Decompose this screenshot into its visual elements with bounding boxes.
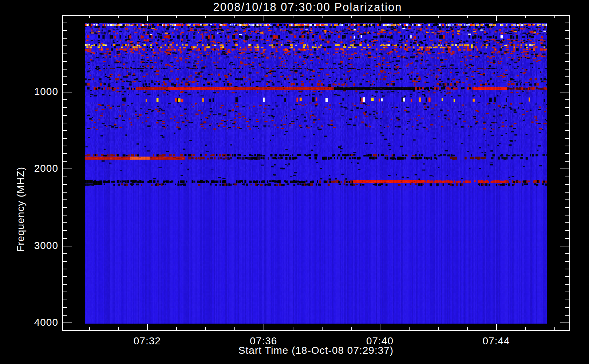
- axis-tick: [62, 46, 67, 46]
- axis-tick: [565, 276, 570, 277]
- axis-tick: [62, 207, 67, 208]
- axis-tick: [62, 76, 67, 77]
- axis-tick: [62, 300, 67, 300]
- axis-tick: [467, 327, 468, 330]
- axis-tick: [560, 92, 570, 92]
- axis-tick: [565, 138, 570, 139]
- axis-tick: [62, 215, 67, 215]
- axis-tick: [380, 324, 380, 330]
- axis-tick: [565, 253, 570, 254]
- axis-tick: [62, 222, 67, 223]
- axis-tick: [322, 15, 323, 18]
- axis-tick: [565, 238, 570, 239]
- axis-tick: [560, 246, 570, 246]
- axis-tick: [62, 307, 67, 308]
- axis-tick: [264, 15, 264, 21]
- axis-tick: [565, 61, 570, 62]
- axis-tick: [293, 15, 293, 18]
- axis-tick: [62, 261, 67, 262]
- axis-tick: [62, 130, 67, 131]
- axis-tick: [565, 269, 570, 269]
- page-title: 2008/10/18 07:30:00 Polarization: [213, 1, 402, 14]
- axis-tick: [565, 123, 570, 123]
- axis-tick: [322, 327, 323, 330]
- axis-tick: [62, 184, 67, 185]
- axis-tick: [565, 230, 570, 231]
- axis-tick: [467, 15, 468, 18]
- x-tick-label: 07:32: [134, 335, 161, 347]
- axis-tick: [62, 246, 72, 246]
- axis-tick: [62, 230, 67, 231]
- axis-tick: [565, 300, 570, 300]
- axis-tick: [62, 253, 67, 254]
- axis-tick: [264, 324, 264, 330]
- axis-tick: [176, 15, 177, 18]
- axis-tick: [62, 99, 67, 100]
- axis-tick: [565, 115, 570, 116]
- axis-tick: [554, 15, 555, 18]
- x-axis-title: Start Time (18-Oct-08 07:29:37): [238, 345, 394, 356]
- axis-tick: [409, 327, 410, 330]
- axis-tick: [565, 222, 570, 223]
- axis-tick: [496, 15, 497, 21]
- axis-tick: [565, 130, 570, 131]
- axis-tick: [565, 207, 570, 208]
- axis-tick: [565, 184, 570, 185]
- axis-tick: [118, 15, 119, 18]
- axis-tick: [62, 84, 67, 85]
- axis-tick: [234, 15, 235, 18]
- axis-tick: [62, 54, 67, 54]
- axis-tick: [351, 15, 352, 18]
- axis-tick: [565, 292, 570, 292]
- axis-tick: [565, 76, 570, 77]
- axis-tick: [565, 153, 570, 154]
- axis-tick: [62, 153, 67, 154]
- axis-tick: [62, 276, 67, 277]
- spectrogram-canvas: [85, 23, 547, 324]
- axis-tick: [234, 327, 235, 330]
- axis-tick: [62, 107, 67, 108]
- axis-tick: [62, 330, 67, 331]
- axis-tick: [565, 69, 570, 70]
- axis-tick: [380, 15, 380, 21]
- axis-tick: [565, 30, 570, 31]
- axis-tick: [62, 323, 72, 323]
- axis-tick: [565, 315, 570, 316]
- axis-tick: [565, 54, 570, 54]
- y-tick-label: 4000: [15, 317, 58, 328]
- axis-tick: [62, 115, 67, 116]
- axis-tick: [176, 327, 177, 330]
- axis-tick: [438, 15, 439, 18]
- axis-tick: [62, 23, 67, 23]
- y-axis-title: Frequency (MHZ): [15, 167, 27, 252]
- axis-tick: [565, 330, 570, 331]
- axis-tick: [293, 327, 293, 330]
- axis-tick: [62, 199, 67, 200]
- axis-tick: [62, 315, 67, 316]
- axis-tick: [62, 69, 67, 70]
- axis-tick: [438, 327, 439, 330]
- axis-tick: [409, 15, 410, 18]
- axis-tick: [147, 15, 148, 21]
- axis-tick: [62, 238, 67, 239]
- axis-tick: [62, 292, 67, 292]
- axis-tick: [565, 261, 570, 262]
- axis-tick: [62, 177, 67, 177]
- axis-tick: [565, 307, 570, 308]
- axis-tick: [560, 169, 570, 169]
- axis-tick: [565, 146, 570, 146]
- axis-tick: [565, 84, 570, 85]
- axis-tick: [62, 123, 67, 123]
- axis-tick: [62, 38, 67, 39]
- axis-tick: [62, 61, 67, 62]
- axis-tick: [205, 15, 206, 18]
- axis-tick: [565, 161, 570, 162]
- axis-tick: [89, 15, 90, 18]
- axis-tick: [118, 327, 119, 330]
- axis-tick: [565, 46, 570, 46]
- axis-tick: [565, 215, 570, 215]
- axis-tick: [560, 323, 570, 323]
- axis-tick: [62, 92, 72, 92]
- axis-tick: [525, 15, 526, 18]
- axis-tick: [565, 99, 570, 100]
